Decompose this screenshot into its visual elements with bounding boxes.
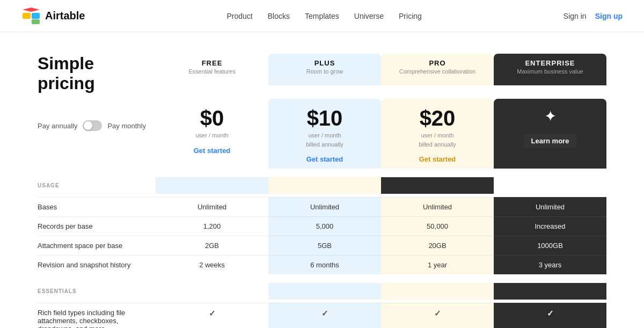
nav-pricing[interactable]: Pricing [399,12,422,20]
plus-plan-header: PLUS Room to grow [268,54,381,85]
pro-price-cell: $20 user / month billed annually Get sta… [381,99,494,169]
enterprise-cta-button[interactable]: Learn more [524,134,577,148]
nav-actions: Sign in Sign up [564,12,623,20]
logo-text: Airtable [45,10,85,22]
svg-rect-0 [23,13,31,19]
navbar: Airtable Product Blocks Templates Univer… [0,0,644,32]
free-price-cell: $0 user / month Get started [156,99,268,169]
essentials-section-header: ESSENTIALS [38,274,606,303]
pricing-page: Simple pricing FREE Essential features P… [27,32,617,328]
pro-cta-button[interactable]: Get started [419,155,456,163]
nav-links: Product Blocks Templates Universe Pricin… [226,12,421,20]
pay-monthly-label: Pay monthly [107,122,146,130]
enterprise-price-cell: ✦ Learn more [494,99,606,169]
logo[interactable]: Airtable [21,6,85,26]
pricing-table: USAGE Bases Unlimited Unlimited Unlimite… [38,169,606,328]
sparkle-icon: ✦ [544,107,557,125]
free-plan-header: FREE Essential features [156,54,268,85]
nav-product[interactable]: Product [226,12,252,20]
toggle-knob [84,121,92,130]
nav-universe[interactable]: Universe [354,12,384,20]
signin-link[interactable]: Sign in [564,12,587,20]
page-title: Simple pricing [38,54,145,93]
table-row: Attachment space per base 2GB 5GB 20GB 1… [38,236,606,255]
svg-rect-1 [32,13,40,19]
pay-annually-label: Pay annually [38,122,77,130]
nav-templates[interactable]: Templates [305,12,339,20]
nav-blocks[interactable]: Blocks [268,12,290,20]
toggle-switch[interactable] [83,120,102,131]
free-cta-button[interactable]: Get started [194,147,231,155]
signup-button[interactable]: Sign up [595,12,623,20]
table-row: Rich field types including file attachme… [38,303,606,328]
table-row: Records per base 1,200 5,000 50,000 Incr… [38,216,606,236]
usage-section-header: USAGE [38,169,606,197]
pro-plan-header: PRO Comprehensive collaboration [381,54,494,85]
table-row: Revision and snapshot history 2 weeks 6 … [38,255,606,274]
table-row: Bases Unlimited Unlimited Unlimited Unli… [38,197,606,216]
enterprise-plan-header: ENTERPRISE Maximum business value [494,54,606,85]
svg-marker-2 [23,8,40,12]
logo-icon [21,6,41,26]
billing-toggle: Pay annually Pay monthly [38,120,156,131]
plus-price-cell: $10 user / month billed annually Get sta… [268,99,381,169]
plus-cta-button[interactable]: Get started [306,155,343,163]
svg-rect-3 [32,19,40,24]
